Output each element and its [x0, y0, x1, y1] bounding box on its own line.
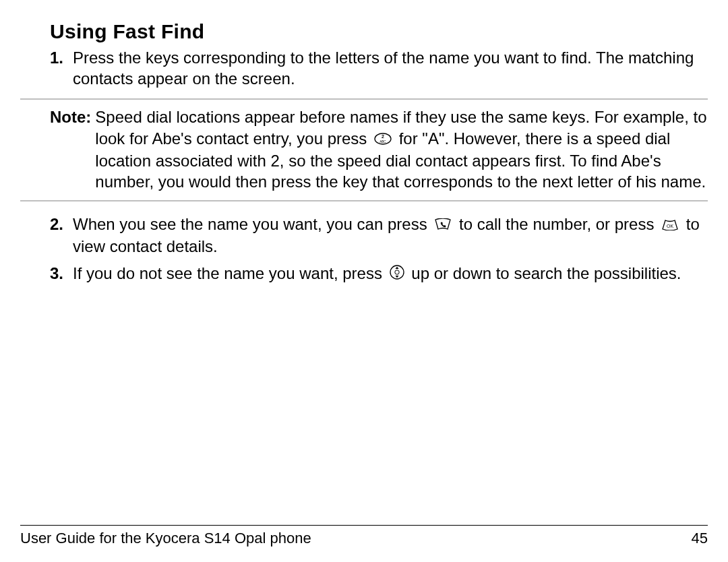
svg-marker-7	[395, 276, 398, 278]
svg-marker-6	[395, 266, 398, 268]
note-text: Speed dial locations appear before names…	[95, 106, 708, 192]
step-3-text-a: If you do not see the name you want, pre…	[73, 264, 387, 282]
step-2-text: When you see the name you want, you can …	[73, 215, 700, 255]
section-heading: Using Fast Find	[50, 20, 708, 43]
note-block: Note: Speed dial locations appear before…	[20, 98, 708, 201]
ok-key-icon: OK	[661, 214, 679, 235]
footer-page-number: 45	[692, 530, 708, 547]
note-label: Note:	[20, 106, 95, 127]
step-3: 3. If you do not see the name you want, …	[20, 263, 708, 285]
step-3-number: 3.	[50, 263, 63, 284]
svg-text:2: 2	[382, 134, 384, 139]
step-3-text: If you do not see the name you want, pre…	[73, 264, 681, 282]
step-3-text-b: up or down to search the possibilities.	[411, 264, 681, 282]
steps-list-cont: 2. When you see the name you want, you c…	[20, 214, 708, 285]
step-2-number: 2.	[50, 214, 63, 235]
document-page: Using Fast Find 1. Press the keys corres…	[0, 0, 728, 562]
step-1-text: Press the keys corresponding to the lett…	[73, 49, 694, 88]
steps-list: 1. Press the keys corresponding to the l…	[20, 47, 708, 89]
2-abc-key-icon: 2 ABC	[374, 129, 392, 150]
body-text: 1. Press the keys corresponding to the l…	[20, 47, 708, 285]
footer-title: User Guide for the Kyocera S14 Opal phon…	[20, 530, 311, 547]
step-2-text-b: to call the number, or press	[459, 215, 659, 233]
svg-point-5	[394, 270, 398, 274]
step-2: 2. When you see the name you want, you c…	[20, 214, 708, 257]
svg-text:OK: OK	[667, 224, 673, 228]
step-2-text-a: When you see the name you want, you can …	[73, 215, 431, 233]
page-footer: User Guide for the Kyocera S14 Opal phon…	[20, 525, 708, 547]
svg-text:ABC: ABC	[380, 139, 386, 143]
nav-updown-key-icon	[390, 263, 404, 284]
step-1-number: 1.	[50, 47, 63, 68]
call-key-icon	[434, 214, 452, 235]
step-1: 1. Press the keys corresponding to the l…	[20, 47, 708, 89]
